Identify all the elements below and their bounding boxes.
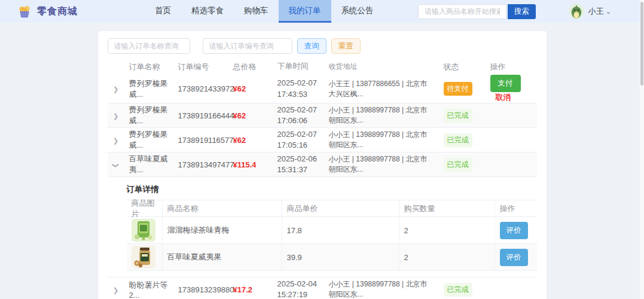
column-header: 订单名称 (124, 62, 173, 72)
expand-row-icon[interactable]: ❯ (113, 86, 118, 93)
status-badge: 已完成 (444, 158, 472, 172)
review-button[interactable]: 评价 (500, 249, 528, 266)
order-total-price: ¥62 (228, 84, 273, 93)
cupcake-logo-icon (17, 4, 32, 19)
cancel-button[interactable]: 取消 (496, 92, 511, 103)
detail-column-header: 操作 (495, 200, 537, 216)
order-name-filter-input[interactable] (108, 38, 190, 54)
expand-row-icon[interactable]: ❯ (113, 112, 118, 120)
search-button[interactable]: 搜索 (508, 4, 536, 19)
order-number: 1738919116577 (173, 136, 228, 145)
order-time: 2025-02-07 17:06:06 (273, 105, 324, 126)
product-quantity: 2 (399, 217, 495, 243)
detail-column-header: 购买数量 (399, 200, 495, 216)
order-name: 费列罗榛果威... (124, 129, 173, 151)
order-date-line: 2025-02-04 (277, 279, 319, 289)
detail-product-row: 百草味夏威夷果 39.9 2 评价 (127, 244, 537, 271)
order-date-line: 2025-02-07 (277, 105, 319, 115)
order-name: 百草味夏威夷... (124, 154, 173, 175)
macadamia-nut-jar-image (132, 246, 155, 269)
order-row: ❯ 百草味夏威夷... 1738913497477 ¥115.4 2025-02… (108, 152, 537, 177)
order-total-price: ¥62 (228, 111, 273, 120)
product-quantity: 2 (399, 244, 495, 270)
order-detail-table: 商品图片商品名称商品单价购买数量操作 溜溜梅绿茶味青梅 17.8 2 评价 百草… (127, 200, 537, 271)
green-tea-plum-package-image (132, 219, 155, 242)
order-time-line: 17:05:16 (277, 140, 319, 151)
orders-table-header: 订单名称订单编号总价格下单时间收货地址状态操作 (108, 59, 537, 75)
order-time-line: 17:43:53 (277, 89, 319, 100)
order-time: 2025-02-07 17:43:53 (273, 78, 324, 99)
nav-item-my-orders[interactable]: 我的订单 (279, 0, 331, 23)
nav-item-cart[interactable]: 购物车 (234, 0, 279, 23)
review-button[interactable]: 评价 (500, 222, 528, 239)
pay-button[interactable]: 支付 (490, 75, 521, 92)
nav-item-announcements[interactable]: 系统公告 (331, 0, 384, 23)
order-number: 1738913497477 (173, 160, 228, 169)
nav-item-label: 购物车 (244, 5, 268, 16)
order-number: 1738921433972 (173, 84, 228, 93)
detail-table-body: 溜溜梅绿茶味青梅 17.8 2 评价 百草味夏威夷果 39.9 2 评价 (127, 217, 537, 271)
expand-row-icon[interactable]: ❯ (113, 286, 118, 294)
order-name: 盼盼薯片等2... (124, 280, 173, 299)
order-total-price: ¥62 (228, 136, 273, 145)
order-detail-title: 订单详情 (127, 184, 537, 195)
order-time-line: 15:31:37 (277, 164, 319, 175)
order-row: ❯ 费列罗榛果威... 1738921433972 ¥62 2025-02-07… (108, 75, 537, 103)
nav-item-featured-snacks[interactable]: 精选零食 (181, 0, 234, 23)
app-title: 零食商城 (37, 5, 78, 18)
status-badge: 已完成 (444, 109, 472, 123)
detail-table-header: 商品图片商品名称商品单价购买数量操作 (127, 200, 537, 217)
reset-button[interactable]: 重置 (331, 38, 361, 54)
user-menu[interactable]: 小王 ⌄ (569, 4, 611, 19)
order-name: 费列罗榛果威... (124, 78, 173, 100)
orders-table-body: ❯ 费列罗榛果威... 1738921433972 ¥62 2025-02-07… (108, 75, 537, 299)
status-badge: 待支付 (444, 82, 472, 96)
expand-row-icon[interactable]: ❯ (112, 162, 120, 167)
order-row: ❯ 费列罗榛果威... 1738919116577 ¥62 2025-02-07… (108, 128, 537, 152)
column-header: 状态 (439, 62, 486, 72)
order-name: 费列罗榛果威... (124, 105, 173, 126)
order-time: 2025-02-06 15:31:37 (273, 154, 324, 175)
order-total-price: ¥115.4 (228, 160, 273, 169)
search-input[interactable] (418, 4, 506, 19)
order-address: 小小王 | 13988997788 | 北京市朝阳区东... (324, 154, 439, 175)
expand-row-icon[interactable]: ❯ (113, 137, 118, 145)
nav-item-label: 首页 (155, 5, 171, 16)
detail-column-header: 商品名称 (163, 200, 282, 216)
user-avatar-icon (569, 4, 584, 19)
order-row: ❯ 费列罗榛果威... 1738919166444 ¥62 2025-02-07… (108, 103, 537, 128)
product-unit-price: 17.8 (282, 217, 399, 243)
nav-item-home[interactable]: 首页 (145, 0, 181, 23)
order-address: 小小王 | 13988997788 | 北京市朝阳区东... (324, 105, 439, 126)
filter-bar: 查询 重置 (108, 38, 537, 54)
status-badge: 已完成 (444, 133, 472, 147)
order-address: 小小王 | 13988997788 | 北京市朝阳区东... (324, 279, 439, 299)
app-logo: 零食商城 (17, 4, 78, 19)
order-time-line: 17:06:06 (277, 115, 319, 126)
orders-table: 订单名称订单编号总价格下单时间收货地址状态操作 ❯ 费列罗榛果威... 1738… (108, 59, 537, 299)
column-header: 订单编号 (173, 62, 228, 72)
product-name: 溜溜梅绿茶味青梅 (163, 217, 282, 243)
column-header: 收货地址 (324, 62, 439, 72)
column-header: 下单时间 (273, 61, 324, 72)
scrollbar-thumb[interactable] (640, 2, 643, 86)
order-number: 1738913239880 (173, 285, 228, 294)
order-date-line: 2025-02-06 (277, 154, 319, 164)
query-button[interactable]: 查询 (297, 38, 326, 54)
username-label[interactable]: 小王 ⌄ (588, 6, 611, 17)
page-scrollbar[interactable] (640, 0, 644, 299)
detail-column-header: 商品单价 (282, 200, 399, 216)
order-time: 2025-02-07 17:05:16 (273, 129, 324, 151)
product-unit-price: 39.9 (282, 244, 399, 270)
order-number-filter-input[interactable] (203, 38, 292, 54)
order-address: 小小王 | 13988997788 | 北京市朝阳区东... (324, 130, 439, 150)
username-text: 小王 (588, 6, 604, 17)
order-time: 2025-02-04 15:27:19 (273, 279, 324, 299)
nav-item-label: 精选零食 (191, 5, 224, 16)
product-name: 百草味夏威夷果 (163, 244, 282, 270)
nav-item-label: 系统公告 (341, 5, 374, 16)
column-header: 操作 (486, 62, 537, 72)
order-row: ❯ 盼盼薯片等2... 1738913239880 ¥17.2 2025-02-… (108, 277, 537, 299)
status-badge: 已完成 (444, 283, 472, 297)
order-date-line: 2025-02-07 (277, 129, 319, 140)
